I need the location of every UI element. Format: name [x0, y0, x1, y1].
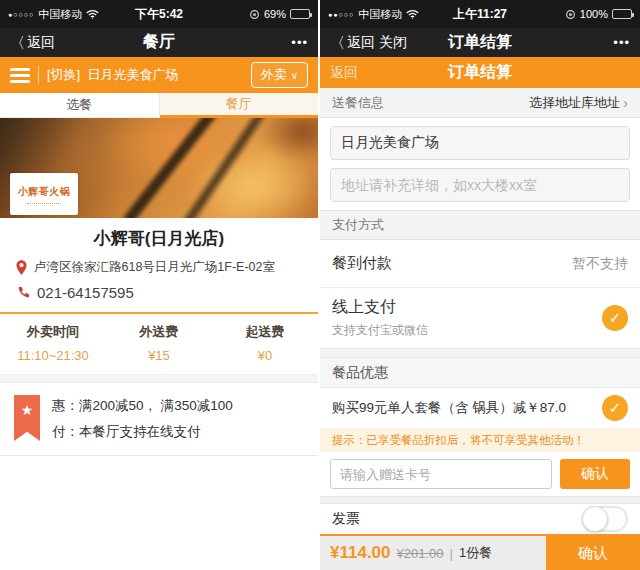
- address-detail-input[interactable]: [330, 168, 630, 202]
- logo-text: 小辉哥火锅: [18, 185, 71, 199]
- status-bar: ●○○○○ 中国移动 下午5:42 69%: [0, 0, 318, 28]
- gift-card-confirm-button[interactable]: 确认: [560, 459, 630, 489]
- discount-item-row[interactable]: 购买99元单人套餐（含 锅具）减￥87.0 ✓: [320, 388, 640, 428]
- delivery-mode-dropdown[interactable]: 外卖 ∨: [251, 62, 308, 88]
- promo-ribbon-badge: ★: [14, 395, 40, 441]
- address-row: 卢湾区徐家汇路618号日月光广场1F-E-02室: [0, 257, 318, 278]
- in-app-back-button[interactable]: 返回: [330, 64, 358, 82]
- portion-count: 1份餐: [459, 544, 492, 562]
- cod-status: 暂不支持: [572, 255, 628, 273]
- phone-icon: [16, 286, 30, 300]
- promo-payment-line: 付：本餐厅支持在线支付: [52, 423, 233, 441]
- battery-icon: [290, 9, 310, 19]
- checkout-header: 返回 订单结算: [320, 57, 640, 88]
- promo-section: ★ 惠：满200减50， 满350减100 付：本餐厅支持在线支付: [0, 383, 318, 456]
- wifi-icon: [406, 9, 419, 19]
- delivery-info-section: 外卖时间 11:10~21:30 外送费 ¥15 起送费 ¥0: [0, 312, 318, 375]
- back-label: 返回: [27, 34, 55, 52]
- back-close-button[interactable]: 〈 返回 关闭: [330, 34, 407, 52]
- online-payment-row[interactable]: 线上支付 支持支付宝或微信 ✓: [320, 288, 640, 348]
- phone-row[interactable]: 021-64157595: [0, 278, 318, 303]
- battery-percent-label: 69%: [264, 8, 286, 20]
- battery-percent-label: 100%: [580, 8, 608, 20]
- online-payment-subtitle: 支持支付宝或微信: [332, 322, 428, 339]
- carrier-label: 中国移动: [38, 7, 82, 22]
- nav-bar: 〈 返回 餐厅 •••: [0, 28, 318, 57]
- info-col-min-order: 起送费 ¥0: [212, 323, 318, 363]
- payment-method-header: 支付方式: [320, 210, 640, 240]
- discount-notice: 提示：已享受餐品折扣后，将不可享受其他活动！: [320, 428, 640, 452]
- orientation-lock-icon: [565, 9, 576, 20]
- clock-label: 上午11:27: [453, 6, 507, 23]
- tab-restaurant[interactable]: 餐厅: [160, 93, 319, 118]
- orientation-lock-icon: [249, 9, 260, 20]
- switch-venue-link[interactable]: [切换] 日月光美食广场: [47, 66, 178, 84]
- restaurant-name: 小辉哥(日月光店): [0, 218, 318, 257]
- clock-label: 下午5:42: [135, 6, 183, 23]
- cod-label: 餐到付款: [332, 254, 392, 273]
- nav-bar: 〈 返回 关闭 订单结算 •••: [320, 28, 640, 57]
- restaurant-logo: 小辉哥火锅: [10, 173, 78, 215]
- address-main-input[interactable]: [330, 126, 630, 160]
- choose-address-link[interactable]: 选择地址库地址 ›: [529, 94, 628, 112]
- invoice-toggle[interactable]: [582, 506, 628, 532]
- checkout-title: 订单结算: [448, 62, 512, 83]
- tab-select-food[interactable]: 选餐: [0, 93, 160, 118]
- info-col-hours: 外卖时间 11:10~21:30: [0, 323, 106, 363]
- gift-card-input[interactable]: [330, 459, 552, 489]
- section-gap: [320, 348, 640, 358]
- discount-section-label: 餐品优惠: [332, 364, 388, 382]
- delivery-section-label: 送餐信息: [332, 94, 384, 112]
- wifi-icon: [86, 9, 99, 19]
- check-icon: ✓: [602, 305, 628, 331]
- info-col-delivery-fee: 外送费 ¥15: [106, 323, 212, 363]
- back-button[interactable]: 〈 返回: [10, 34, 55, 52]
- checkout-footer: ¥114.00 ¥201.00 | 1份餐 确认: [320, 534, 640, 570]
- more-menu-button[interactable]: •••: [613, 35, 630, 50]
- invoice-row: 发票: [320, 504, 640, 534]
- mode-label: 外卖: [261, 66, 287, 84]
- online-payment-label: 线上支付: [332, 297, 428, 318]
- price-separator: |: [450, 546, 453, 561]
- original-price: ¥201.00: [397, 546, 444, 561]
- tab-bar: 选餐 餐厅: [0, 93, 318, 118]
- address-text: 卢湾区徐家汇路618号日月光广场1F-E-02室: [34, 259, 275, 276]
- restaurant-screen: ●○○○○ 中国移动 下午5:42 69% 〈 返回 餐厅 ••• [切换] 日…: [0, 0, 320, 570]
- battery-icon: [612, 9, 632, 19]
- chevron-right-icon: ›: [623, 94, 628, 111]
- page-title: 订单结算: [448, 32, 512, 53]
- toggle-knob: [582, 506, 608, 532]
- carrier-label: 中国移动: [358, 7, 402, 22]
- discount-item-label: 购买99元单人套餐（含 锅具）减￥87.0: [332, 399, 566, 417]
- section-gap: [320, 496, 640, 504]
- divider: [38, 66, 39, 84]
- cash-on-delivery-row[interactable]: 餐到付款 暂不支持: [320, 240, 640, 288]
- delivery-info-header: 送餐信息 选择地址库地址 ›: [320, 88, 640, 118]
- hamburger-menu-icon[interactable]: [10, 68, 30, 83]
- checkout-screen: ●●○○○ 中国移动 上午11:27 100% 〈 返回 关闭 订单结算 •••…: [320, 0, 640, 570]
- page-title: 餐厅: [143, 32, 175, 53]
- section-gap: [0, 375, 318, 383]
- signal-strength-icon: ●●○○○: [328, 11, 354, 18]
- back-chevron-icon: 〈: [10, 35, 25, 50]
- status-bar: ●●○○○ 中国移动 上午11:27 100%: [320, 0, 640, 28]
- total-price: ¥114.00: [330, 543, 391, 563]
- restaurant-photo: 小辉哥火锅: [0, 118, 318, 218]
- chevron-down-icon: ∨: [291, 70, 298, 81]
- location-pin-icon: [16, 260, 27, 275]
- address-inputs: [320, 118, 640, 210]
- invoice-label: 发票: [332, 510, 360, 528]
- payment-section-label: 支付方式: [332, 216, 384, 234]
- venue-header: [切换] 日月光美食广场 外卖 ∨: [0, 57, 318, 93]
- order-confirm-button[interactable]: 确认: [546, 536, 640, 570]
- check-icon: ✓: [602, 395, 628, 421]
- star-icon: ★: [21, 402, 34, 418]
- signal-strength-icon: ●○○○○: [8, 11, 34, 18]
- phone-number: 021-64157595: [37, 284, 134, 301]
- gift-card-row: 确认: [320, 452, 640, 496]
- meal-discount-header: 餐品优惠: [320, 358, 640, 388]
- promo-discount-line: 惠：满200减50， 满350减100: [52, 397, 233, 415]
- back-close-label: 返回 关闭: [347, 34, 407, 52]
- more-menu-button[interactable]: •••: [291, 35, 308, 50]
- back-chevron-icon: 〈: [330, 35, 345, 50]
